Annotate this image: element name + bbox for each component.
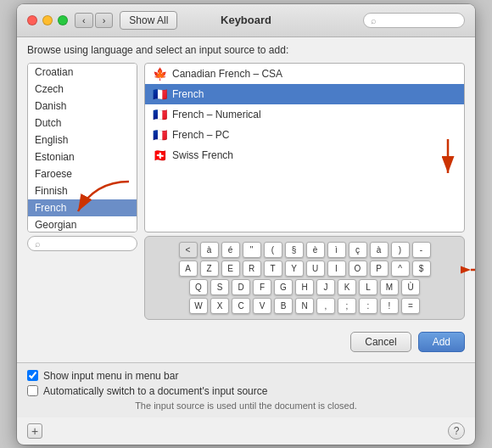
key: § (285, 242, 304, 258)
lang-item-czech[interactable]: Czech (28, 81, 137, 98)
source-item-swiss-french[interactable]: 🇨🇭 Swiss French (145, 145, 464, 165)
show-all-button[interactable]: Show All (120, 11, 177, 30)
key: ( (264, 242, 282, 258)
source-label: Canadian French – CSA (172, 68, 282, 80)
key: E (221, 260, 240, 277)
traffic-lights (27, 15, 68, 25)
key: V (253, 298, 271, 314)
titlebar-search[interactable]: ⌕ (363, 13, 465, 28)
lang-item-estonian[interactable]: Estonian (28, 148, 137, 165)
key: A (179, 260, 198, 277)
lang-item-french[interactable]: French (28, 199, 137, 216)
dialog-content: Browse using language and select an inpu… (17, 37, 475, 362)
source-item-french-numerical[interactable]: 🇫🇷 French – Numerical (145, 104, 464, 125)
key: L (359, 279, 377, 295)
key: M (380, 279, 399, 295)
source-item-french-pc[interactable]: 🇫🇷 French – PC (145, 125, 464, 145)
key: B (274, 298, 293, 314)
key: ç (349, 242, 367, 258)
key-row-1: A Z E R T Y U I O P ^ $ (152, 260, 457, 277)
lang-item-finnish[interactable]: Finnish (28, 182, 137, 199)
key: à (370, 242, 389, 258)
key: R (243, 260, 261, 277)
key: N (295, 298, 314, 314)
search-filter-icon: ⌕ (35, 238, 41, 249)
key: K (338, 279, 356, 295)
instruction-text: Browse using language and select an inpu… (27, 44, 465, 56)
add-button[interactable]: Add (418, 332, 465, 352)
key: G (274, 279, 293, 295)
source-item-canadian-french[interactable]: 🍁 Canadian French – CSA (145, 64, 464, 84)
key: < (179, 242, 198, 258)
nav-buttons: ‹ › (75, 13, 113, 28)
source-label: Swiss French (172, 149, 233, 161)
lang-item-danish[interactable]: Danish (28, 98, 137, 115)
key: F (253, 279, 271, 295)
lang-item-english[interactable]: English (28, 132, 137, 148)
key: T (264, 260, 282, 277)
dialog-buttons: Cancel Add (27, 332, 465, 352)
key: Z (200, 260, 219, 277)
language-list[interactable]: Croatian Czech Danish Dutch English Esto… (27, 63, 137, 232)
key: X (210, 298, 229, 314)
key: I (327, 260, 346, 277)
canadian-flag-icon: 🍁 (152, 67, 167, 81)
lang-item-georgian[interactable]: Georgian (28, 216, 137, 232)
keyboard-preview: < à é " ( § è ì ç à ) - A (144, 236, 465, 320)
source-label: French – PC (172, 129, 229, 141)
search-icon: ⌕ (371, 15, 377, 25)
help-button[interactable]: ? (448, 423, 465, 440)
key-row-3: W X C V B N , ; : ! = (152, 298, 457, 314)
french-flag-icon-2: 🇫🇷 (152, 108, 167, 121)
key: S (210, 279, 229, 295)
key: Ù (401, 279, 420, 295)
key: à (200, 242, 219, 258)
show-input-menu-label: Show input menu in menu bar (43, 370, 178, 382)
key: U (306, 260, 325, 277)
french-flag-icon-3: 🇫🇷 (152, 128, 167, 142)
back-button[interactable]: ‹ (75, 13, 93, 28)
key: ; (338, 298, 356, 314)
key: P (370, 260, 389, 277)
lang-item-faroese[interactable]: Faroese (28, 165, 137, 182)
lang-item-dutch[interactable]: Dutch (28, 115, 137, 132)
close-button[interactable] (27, 15, 37, 25)
description-text: The input source is used until the docum… (27, 400, 465, 411)
forward-button[interactable]: › (95, 13, 114, 28)
key-row-0: < à é " ( § è ì ç à ) - (152, 242, 457, 258)
lang-item-croatian[interactable]: Croatian (28, 64, 137, 81)
key: ì (327, 242, 346, 258)
key-row-2: Q S D F G H J K L M Ù (152, 279, 457, 295)
source-label: French (172, 88, 204, 100)
cancel-button[interactable]: Cancel (350, 332, 411, 352)
key: D (232, 279, 250, 295)
key: = (401, 298, 420, 314)
key: é (221, 242, 240, 258)
window-title: Keyboard (221, 14, 271, 26)
key: ! (380, 298, 399, 314)
bottom-row: + ? (17, 417, 475, 445)
key: Q (189, 279, 208, 295)
key: J (316, 279, 335, 295)
source-label: French – Numerical (172, 109, 261, 120)
key: O (349, 260, 367, 277)
auto-switch-row: Automatically switch to a document's inp… (27, 385, 465, 397)
lists-wrapper: Croatian Czech Danish Dutch English Esto… (27, 63, 465, 232)
maximize-button[interactable] (58, 15, 68, 25)
keyboard-window: ‹ › Show All Keyboard ⌕ Browse using lan… (17, 4, 475, 445)
add-source-button[interactable]: + (27, 423, 42, 439)
key: ) (391, 242, 410, 258)
titlebar: ‹ › Show All Keyboard ⌕ (17, 4, 475, 37)
swiss-flag-icon: 🇨🇭 (152, 148, 167, 162)
auto-switch-checkbox[interactable] (27, 385, 38, 396)
key: C (232, 298, 250, 314)
key: $ (412, 260, 431, 277)
key: H (295, 279, 314, 295)
minimize-button[interactable] (42, 15, 53, 25)
language-search-input[interactable]: ⌕ (27, 236, 137, 251)
show-input-menu-checkbox[interactable] (27, 370, 38, 381)
source-item-french[interactable]: 🇫🇷 French (145, 84, 464, 104)
input-sources-list[interactable]: 🍁 Canadian French – CSA 🇫🇷 French 🇫🇷 Fre… (144, 63, 465, 232)
auto-switch-label: Automatically switch to a document's inp… (43, 385, 267, 397)
key: , (316, 298, 335, 314)
